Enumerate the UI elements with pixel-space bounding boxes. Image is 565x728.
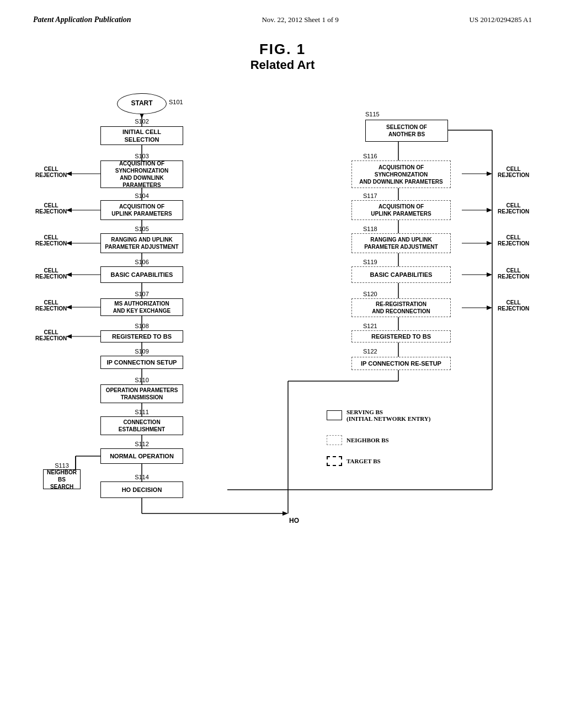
box-s104: ACQUISITION OFUPLINK PARAMETERS [100, 200, 183, 220]
box-s120: RE-REGISTRATIONAND RECONNECTION [351, 298, 451, 317]
legend-label-neighbor: NEIGHBOR BS [347, 437, 389, 443]
label-s116: S116 [363, 153, 377, 159]
svg-marker-22 [66, 241, 72, 245]
box-s105: RANGING AND UPLINKPARAMETER ADJUSTMENT [100, 233, 183, 253]
cell-reject-s119: CELLREJECTION [498, 267, 529, 280]
legend-box-target [327, 456, 342, 466]
svg-marker-44 [487, 241, 492, 245]
svg-marker-28 [66, 334, 72, 339]
label-s114: S114 [135, 474, 149, 480]
legend-neighbor: NEIGHBOR BS [327, 435, 389, 445]
svg-marker-18 [66, 172, 72, 176]
legend-box-neighbor [327, 435, 342, 445]
label-s107: S107 [135, 291, 149, 297]
label-s115: S115 [365, 111, 380, 117]
label-s113: S113 [55, 462, 69, 469]
cell-reject-s108: CELLREJECTION [35, 329, 67, 341]
start-box: START [117, 93, 167, 114]
svg-marker-24 [66, 272, 72, 277]
svg-marker-20 [66, 208, 72, 212]
label-s102: S102 [135, 118, 149, 125]
box-s117: ACQUISITION OFUPLINK PARAMETERS [351, 200, 451, 220]
cell-reject-s107: CELLREJECTION [35, 299, 67, 312]
figure-subtitle: Related Art [0, 58, 565, 72]
box-s110: OPERATION PARAMETERSTRANSMISSION [100, 384, 183, 403]
box-s113: NEIGHBORBS SEARCH [43, 469, 81, 489]
box-s109: IP CONNECTION SETUP [100, 356, 183, 369]
label-s120: S120 [363, 291, 377, 297]
label-s104: S104 [135, 192, 149, 199]
label-s106: S106 [135, 259, 149, 265]
figure-number: FIG. 1 [0, 41, 565, 58]
page-header: Patent Application Publication Nov. 22, … [0, 0, 565, 30]
label-s101: S101 [169, 99, 183, 105]
legend-serving: SERVING BS(INITIAL NETWORK ENTRY) [327, 409, 430, 422]
box-s112: NORMAL OPERATION [100, 448, 183, 464]
svg-marker-42 [487, 208, 492, 212]
box-s108: REGISTERED TO BS [100, 330, 183, 342]
ho-label: HO [289, 517, 299, 524]
legend-label-serving: SERVING BS(INITIAL NETWORK ENTRY) [347, 409, 430, 422]
box-s121: REGISTERED TO BS [351, 330, 451, 342]
svg-marker-26 [66, 305, 72, 309]
svg-marker-14 [282, 511, 288, 516]
cell-reject-s118: CELLREJECTION [498, 234, 529, 247]
diagram-container: START S101 INITIAL CELLSELECTION S102 AC… [34, 78, 531, 701]
box-s106: BASIC CAPABILITIES [100, 266, 183, 283]
box-s107: MS AUTHORIZATIONAND KEY EXCHANGE [100, 298, 183, 316]
svg-marker-48 [487, 306, 492, 310]
legend-label-target: TARGET BS [347, 458, 381, 464]
cell-reject-s105: CELLREJECTION [35, 234, 67, 247]
label-s109: S109 [135, 348, 149, 355]
cell-reject-s117: CELLREJECTION [498, 202, 529, 215]
label-s122: S122 [363, 348, 377, 355]
label-s105: S105 [135, 226, 149, 232]
box-s116: ACQUISITION OFSYNCHRONIZATIONAND DOWNLIN… [351, 160, 451, 188]
box-s111: CONNECTIONESTABLISHMENT [100, 416, 183, 435]
box-s115: SELECTION OFANOTHER BS [365, 120, 448, 142]
label-s110: S110 [135, 377, 149, 383]
label-s119: S119 [363, 259, 377, 265]
svg-marker-40 [487, 172, 492, 176]
figure-title: FIG. 1 Related Art [0, 41, 565, 72]
cell-reject-s106: CELLREJECTION [35, 267, 67, 280]
legend-target: TARGET BS [327, 456, 381, 466]
cell-reject-s116: CELLREJECTION [498, 166, 529, 178]
label-s117: S117 [363, 192, 377, 199]
header-center: Nov. 22, 2012 Sheet 1 of 9 [262, 15, 338, 24]
svg-marker-46 [487, 272, 492, 277]
label-s103: S103 [135, 153, 149, 159]
header-left: Patent Application Publication [33, 15, 131, 24]
legend-box-serving [327, 410, 342, 420]
cell-reject-s103: CELLREJECTION [35, 166, 67, 178]
label-s111: S111 [135, 409, 149, 415]
label-s121: S121 [363, 323, 377, 329]
box-s119: BASIC CAPABILITIES [351, 266, 451, 283]
box-s102: INITIAL CELLSELECTION [100, 126, 183, 145]
box-s103: ACQUISITION OFSYNCHRONIZATIONAND DOWNLIN… [100, 160, 183, 188]
label-s108: S108 [135, 323, 149, 329]
cell-reject-s120: CELLREJECTION [498, 299, 529, 312]
label-s112: S112 [135, 441, 149, 447]
cell-reject-s104: CELLREJECTION [35, 202, 67, 215]
box-s114: HO DECISION [100, 481, 183, 498]
box-s118: RANGING AND UPLINKPARAMETER ADJUSTMENT [351, 233, 451, 253]
label-s118: S118 [363, 226, 377, 232]
box-s122: IP CONNECTION RE-SETUP [351, 357, 451, 370]
header-right: US 2012/0294285 A1 [470, 15, 532, 24]
